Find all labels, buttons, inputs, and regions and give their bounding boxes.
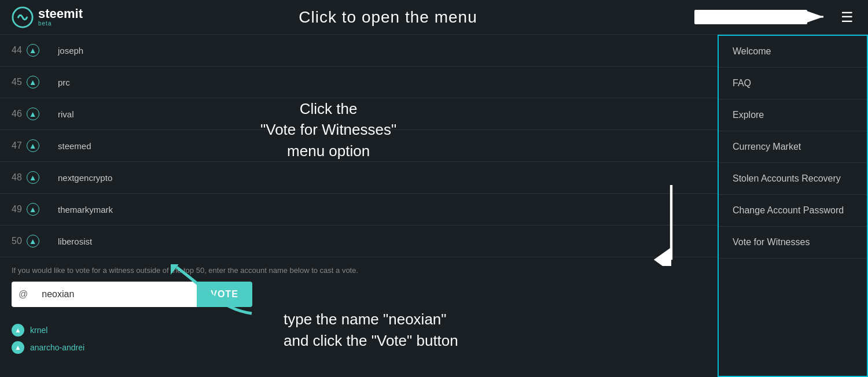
vote-button[interactable]: VOTE [197,282,252,307]
header: steemit beta Click to open the menu ☰ [0,0,868,35]
menu-item[interactable]: FAQ [719,68,867,99]
bottom-item-icon: ▲ [12,324,24,337]
upvote-button[interactable]: ▲ [27,203,39,216]
upvote-button[interactable]: ▲ [27,44,39,57]
rank-cell: 46 ▲ [12,108,58,120]
rank-cell: 50 ▲ [12,235,58,247]
header-right: ☰ [693,1,856,33]
rank-number: 48 [12,172,22,183]
menu-item[interactable]: Stolen Accounts Recovery [719,163,867,195]
menu-item[interactable]: Change Account Password [719,195,867,227]
header-annotation-text: Click to open the menu [83,8,693,27]
svg-rect-2 [694,10,807,24]
rank-cell: 47 ▲ [12,139,58,152]
at-symbol: @ [12,282,35,307]
menu-item[interactable]: Explore [719,99,867,131]
bottom-item-name: anarcho-andrei [30,343,84,352]
rank-cell: 49 ▲ [12,203,58,216]
menu-item[interactable]: Currency Market [719,131,867,163]
witness-name-input[interactable] [35,282,197,307]
upvote-button[interactable]: ▲ [27,76,39,88]
rank-number: 46 [12,109,22,119]
hamburger-button[interactable]: ☰ [838,8,856,27]
upvote-button[interactable]: ▲ [27,235,39,247]
logo-area: steemit beta [12,6,83,28]
arrow-right-icon [693,1,826,33]
upvote-button[interactable]: ▲ [27,171,39,184]
menu-item[interactable]: Vote for Witnesses [719,227,867,258]
menu-item[interactable]: Welcome [719,36,867,68]
rank-cell: 44 ▲ [12,44,58,57]
bottom-item-name: krnel [30,326,47,335]
upvote-button[interactable]: ▲ [27,139,39,152]
logo-name: steemit [38,8,83,20]
rank-number: 47 [12,141,22,151]
rank-number: 50 [12,236,22,246]
logo-beta: beta [38,20,83,27]
rank-cell: 45 ▲ [12,76,58,88]
rank-cell: 48 ▲ [12,171,58,184]
steemit-logo-icon [12,6,34,28]
rank-number: 45 [12,77,22,87]
logo-text: steemit beta [38,8,83,27]
rank-number: 49 [12,204,22,215]
upvote-button[interactable]: ▲ [27,108,39,120]
dropdown-menu: WelcomeFAQExploreCurrency MarketStolen A… [718,35,868,377]
rank-number: 44 [12,45,22,56]
main-content: 44 ▲ joseph 45 ▲ prc 46 ▲ rival 47 ▲ ste… [0,35,868,377]
bottom-item-icon: ▲ [12,341,24,354]
